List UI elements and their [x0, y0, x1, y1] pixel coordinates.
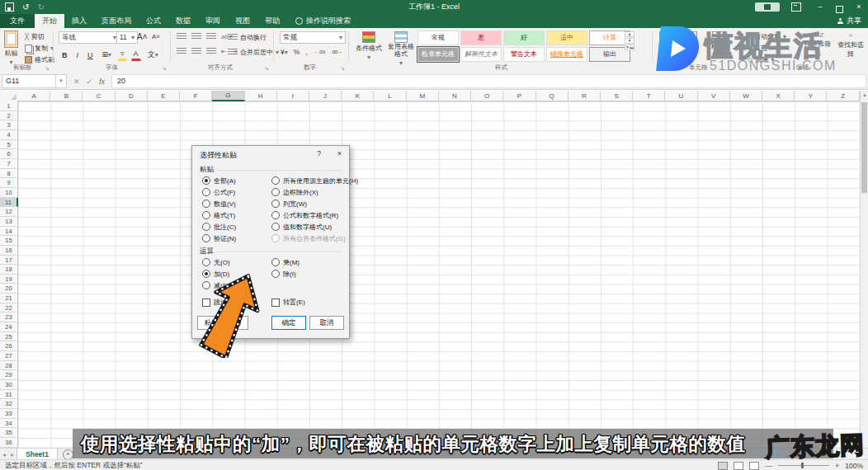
column-header-O[interactable]: O: [471, 91, 503, 101]
cell-style-检查单元格[interactable]: 检查单元格: [417, 47, 459, 62]
wrap-text-button[interactable]: 自动换行: [228, 33, 267, 42]
radio-除(I)[interactable]: 除(I): [271, 270, 300, 278]
column-header-N[interactable]: N: [439, 91, 471, 101]
cut-button[interactable]: ╳剪切: [25, 32, 54, 41]
row-header-30[interactable]: 30: [0, 380, 18, 390]
cell-style-链接单元格[interactable]: 链接单元格: [546, 47, 587, 62]
radio-所有使用源主题的单元(H)[interactable]: 所有使用源主题的单元(H): [271, 176, 358, 185]
alignment-dialog-launcher[interactable]: ↘: [264, 65, 269, 72]
radio-公式(F)[interactable]: 公式(F): [202, 188, 236, 196]
sheet-nav-right-icon[interactable]: ▸: [11, 451, 14, 458]
row-header-34[interactable]: 34: [0, 419, 18, 429]
row-header-4[interactable]: 4: [0, 130, 18, 140]
radio-无(O)[interactable]: 无(O): [202, 258, 230, 266]
row-header-27[interactable]: 27: [0, 351, 18, 361]
tab-公式[interactable]: 公式: [139, 14, 168, 28]
column-header-D[interactable]: D: [116, 91, 148, 101]
row-header-24[interactable]: 24: [0, 322, 18, 332]
column-header-C[interactable]: C: [83, 91, 115, 101]
align-center-icon[interactable]: [191, 48, 201, 55]
vertical-scrollbar[interactable]: ▲: [860, 91, 868, 448]
radio-边框除外(X)[interactable]: 边框除外(X): [271, 188, 358, 196]
row-header-3[interactable]: 3: [0, 120, 18, 130]
row-header-2[interactable]: 2: [0, 111, 18, 121]
format-as-table-button[interactable]: 套用表格格式 ▾: [386, 31, 416, 67]
worksheet-grid[interactable]: ABCDEFGHIJKLMNOPQRSTUVWXYZ 1234567891011…: [0, 91, 868, 448]
column-header-T[interactable]: T: [633, 91, 665, 101]
font-size-select[interactable]: 11▾: [116, 31, 138, 44]
column-header-R[interactable]: R: [568, 91, 601, 101]
radio-验证(N)[interactable]: 验证(N): [202, 234, 236, 242]
row-header-18[interactable]: 18: [0, 265, 18, 275]
borders-button[interactable]: ⊞▾: [100, 49, 115, 61]
column-header-Z[interactable]: Z: [827, 91, 859, 101]
font-dialog-launcher[interactable]: ↘: [162, 65, 167, 72]
decrease-decimal-button[interactable]: .00→: [331, 49, 342, 54]
row-header-14[interactable]: 14: [0, 227, 18, 237]
tab-插入[interactable]: 插入: [64, 14, 94, 28]
help-icon[interactable]: ?: [317, 149, 321, 157]
cell-style-差[interactable]: 差: [460, 31, 502, 45]
column-header-A[interactable]: A: [18, 91, 50, 101]
cell-style-好[interactable]: 好: [503, 31, 545, 45]
row-header-36[interactable]: 36: [0, 438, 18, 448]
conditional-formatting-button[interactable]: 条件格式 ▾: [353, 31, 384, 61]
tab-数据[interactable]: 数据: [168, 14, 198, 28]
align-right-icon[interactable]: [206, 48, 216, 55]
paste-button[interactable]: 粘贴 ▾: [4, 31, 18, 66]
styles-scroll-up[interactable]: ▲: [625, 31, 634, 37]
column-header-V[interactable]: V: [698, 91, 730, 101]
row-header-17[interactable]: 17: [0, 256, 18, 266]
decrease-indent-button[interactable]: ⇤: [221, 48, 227, 55]
row-header-20[interactable]: 20: [0, 284, 18, 294]
row-header-7[interactable]: 7: [0, 159, 18, 169]
row-header-31[interactable]: 31: [0, 390, 18, 400]
number-dialog-launcher[interactable]: ↘: [340, 65, 345, 72]
row-header-8[interactable]: 8: [0, 169, 18, 179]
row-header-11[interactable]: 11: [0, 198, 18, 208]
enter-icon[interactable]: ✓: [87, 78, 93, 86]
close-button[interactable]: ×: [850, 0, 868, 14]
column-header-L[interactable]: L: [374, 91, 406, 101]
radio-值和数字格式(U)[interactable]: 值和数字格式(U): [271, 223, 358, 231]
dialog-close-icon[interactable]: ×: [337, 149, 342, 157]
merge-center-button[interactable]: 合并后居中▾: [228, 48, 279, 57]
column-header-S[interactable]: S: [601, 91, 633, 101]
percent-button[interactable]: %: [294, 48, 300, 56]
styles-scroll-down[interactable]: ▼: [625, 38, 634, 44]
ok-button[interactable]: 确定: [271, 316, 306, 330]
row-header-23[interactable]: 23: [0, 313, 18, 322]
align-middle-icon[interactable]: [191, 33, 201, 40]
tab-文件[interactable]: 文件: [0, 14, 35, 28]
row-header-26[interactable]: 26: [0, 341, 18, 351]
cancel-icon[interactable]: ✕: [73, 78, 80, 86]
column-header-M[interactable]: M: [407, 91, 439, 101]
bold-button[interactable]: B: [59, 49, 70, 61]
ribbon-display-options-icon[interactable]: [791, 2, 801, 12]
name-box[interactable]: G11: [2, 74, 56, 88]
tab-开始[interactable]: 开始: [35, 14, 64, 28]
cells-area[interactable]: [18, 101, 860, 448]
cell-style-适中[interactable]: 适中: [546, 31, 587, 45]
minimize-button[interactable]: –: [811, 0, 829, 14]
comma-button[interactable]: ,: [305, 48, 307, 56]
column-header-Y[interactable]: Y: [795, 91, 827, 101]
column-header-Q[interactable]: Q: [536, 91, 568, 101]
column-header-I[interactable]: I: [277, 91, 309, 101]
fill-color-button[interactable]: ▿: [118, 48, 127, 61]
page-break-view-icon[interactable]: [749, 462, 759, 470]
column-header-F[interactable]: F: [180, 91, 212, 101]
column-header-X[interactable]: X: [762, 91, 795, 101]
column-header-H[interactable]: H: [245, 91, 277, 101]
save-icon[interactable]: [5, 2, 14, 12]
column-header-U[interactable]: U: [665, 91, 697, 101]
phonetic-button[interactable]: 文▾: [145, 49, 161, 61]
row-header-6[interactable]: 6: [0, 149, 18, 159]
row-header-28[interactable]: 28: [0, 361, 18, 371]
tab-帮助[interactable]: 帮助: [257, 14, 287, 28]
row-header-5[interactable]: 5: [0, 140, 18, 150]
dialog-titlebar[interactable]: 选择性粘贴 ? ×: [192, 146, 349, 162]
new-sheet-button[interactable]: +: [63, 449, 73, 460]
italic-button[interactable]: I: [74, 49, 82, 61]
row-header-16[interactable]: 16: [0, 246, 18, 256]
